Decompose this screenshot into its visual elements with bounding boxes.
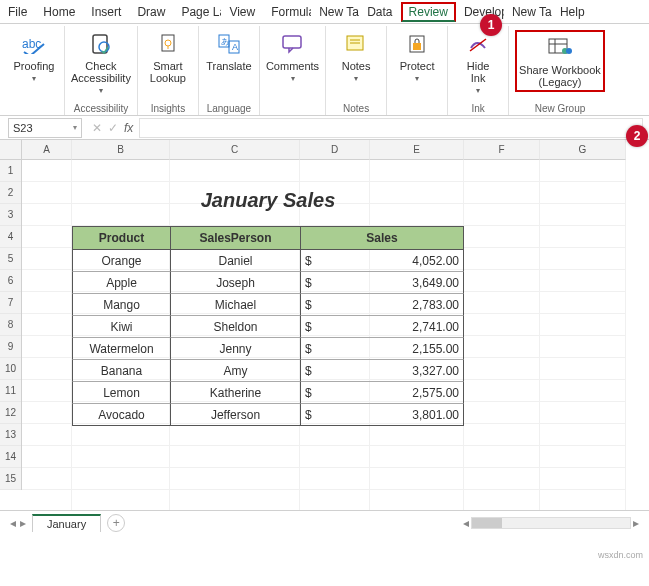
formula-input[interactable] bbox=[139, 118, 643, 138]
svg-point-4 bbox=[165, 40, 171, 46]
cell-sales[interactable]: $3,649.00 bbox=[300, 272, 464, 294]
notes-button[interactable]: Notes ▾ bbox=[332, 30, 380, 83]
callout-1: 1 bbox=[480, 14, 502, 36]
callout-2: 2 bbox=[626, 125, 648, 147]
col-header[interactable]: B bbox=[72, 140, 170, 160]
col-header[interactable]: E bbox=[370, 140, 464, 160]
tab-newtab-2[interactable]: New Ta bbox=[504, 2, 552, 22]
hide-ink-button[interactable]: Hide Ink ▾ bbox=[454, 30, 502, 95]
cell-sales[interactable]: $2,155.00 bbox=[300, 338, 464, 360]
add-sheet-button[interactable]: + bbox=[107, 514, 125, 532]
row-header[interactable]: 3 bbox=[0, 204, 21, 226]
tab-pagelayout[interactable]: Page La bbox=[173, 2, 221, 22]
enter-icon[interactable]: ✓ bbox=[108, 121, 118, 135]
svg-text:A: A bbox=[232, 42, 238, 52]
cell-person[interactable]: Sheldon bbox=[170, 316, 300, 338]
cell-person[interactable]: Amy bbox=[170, 360, 300, 382]
header-product: Product bbox=[72, 226, 170, 250]
tab-file[interactable]: File bbox=[0, 2, 35, 22]
scroll-left-icon[interactable]: ◂ bbox=[463, 516, 469, 530]
tab-help[interactable]: Help bbox=[552, 2, 593, 22]
scroll-right-icon[interactable]: ▸ bbox=[633, 516, 639, 530]
comments-button[interactable]: Comments ▾ bbox=[266, 30, 319, 83]
cell-person[interactable]: Jefferson bbox=[170, 404, 300, 426]
tab-formulas[interactable]: Formula bbox=[263, 2, 311, 22]
cancel-icon[interactable]: ✕ bbox=[92, 121, 102, 135]
row-header[interactable]: 2 bbox=[0, 182, 21, 204]
col-header[interactable]: F bbox=[464, 140, 540, 160]
tab-draw[interactable]: Draw bbox=[129, 2, 173, 22]
cell-person[interactable]: Michael bbox=[170, 294, 300, 316]
row-header[interactable]: 6 bbox=[0, 270, 21, 292]
cell-person[interactable]: Joseph bbox=[170, 272, 300, 294]
smart-lookup-button[interactable]: Smart Lookup bbox=[144, 30, 192, 84]
accessibility-icon bbox=[90, 30, 112, 58]
translate-button[interactable]: あA Translate bbox=[205, 30, 253, 72]
chevron-down-icon: ▾ bbox=[415, 74, 419, 83]
row-header[interactable]: 10 bbox=[0, 358, 21, 380]
tab-insert[interactable]: Insert bbox=[83, 2, 129, 22]
cell-sales[interactable]: $3,327.00 bbox=[300, 360, 464, 382]
tab-view[interactable]: View bbox=[221, 2, 263, 22]
cell-sales[interactable]: $2,741.00 bbox=[300, 316, 464, 338]
col-header[interactable]: D bbox=[300, 140, 370, 160]
cell-sales[interactable]: $2,783.00 bbox=[300, 294, 464, 316]
cell-person[interactable]: Katherine bbox=[170, 382, 300, 404]
cell-sales[interactable]: $4,052.00 bbox=[300, 250, 464, 272]
row-header[interactable]: 7 bbox=[0, 292, 21, 314]
cell-product[interactable]: Watermelon bbox=[72, 338, 170, 360]
cell-person[interactable]: Daniel bbox=[170, 250, 300, 272]
col-header[interactable]: A bbox=[22, 140, 72, 160]
fx-icon[interactable]: fx bbox=[124, 121, 133, 135]
row-header[interactable]: 15 bbox=[0, 468, 21, 490]
row-header[interactable]: 4 bbox=[0, 226, 21, 248]
row-header[interactable]: 12 bbox=[0, 402, 21, 424]
cell-product[interactable]: Kiwi bbox=[72, 316, 170, 338]
check-accessibility-button[interactable]: Check Accessibility ▾ bbox=[71, 30, 131, 95]
col-header[interactable]: C bbox=[170, 140, 300, 160]
table-row: LemonKatherine$2,575.00 bbox=[72, 382, 464, 404]
tab-data[interactable]: Data bbox=[359, 2, 400, 22]
row-header[interactable]: 9 bbox=[0, 336, 21, 358]
table-row: KiwiSheldon$2,741.00 bbox=[72, 316, 464, 338]
row-headers: 123456789101112131415 bbox=[0, 160, 22, 490]
tab-home[interactable]: Home bbox=[35, 2, 83, 22]
column-headers: A B C D E F G bbox=[22, 140, 649, 160]
row-header[interactable]: 5 bbox=[0, 248, 21, 270]
svg-text:あ: あ bbox=[221, 37, 229, 46]
cell-product[interactable]: Banana bbox=[72, 360, 170, 382]
tab-review[interactable]: Review bbox=[401, 2, 456, 22]
col-header[interactable]: G bbox=[540, 140, 626, 160]
share-workbook-legacy-button[interactable]: Share Workbook (Legacy) bbox=[515, 30, 605, 92]
table-row: AppleJoseph$3,649.00 bbox=[72, 272, 464, 294]
name-box[interactable]: S23 ▾ bbox=[8, 118, 82, 138]
cell-product[interactable]: Orange bbox=[72, 250, 170, 272]
sheet-prev-icon[interactable]: ◂ bbox=[10, 516, 16, 530]
chevron-down-icon: ▾ bbox=[291, 74, 295, 83]
sheet-tab-january[interactable]: January bbox=[32, 514, 101, 532]
lightbulb-icon bbox=[158, 30, 178, 58]
row-header[interactable]: 13 bbox=[0, 424, 21, 446]
cell-sales[interactable]: $3,801.00 bbox=[300, 404, 464, 426]
row-header[interactable]: 14 bbox=[0, 446, 21, 468]
table-row: MangoMichael$2,783.00 bbox=[72, 294, 464, 316]
row-header[interactable]: 1 bbox=[0, 160, 21, 182]
sheet-next-icon[interactable]: ▸ bbox=[20, 516, 26, 530]
cell-product[interactable]: Apple bbox=[72, 272, 170, 294]
row-header[interactable]: 11 bbox=[0, 380, 21, 402]
cell-product[interactable]: Mango bbox=[72, 294, 170, 316]
horizontal-scrollbar[interactable] bbox=[471, 517, 631, 529]
table-row: OrangeDaniel$4,052.00 bbox=[72, 250, 464, 272]
proofing-button[interactable]: abc Proofing ▾ bbox=[10, 30, 58, 83]
sheet-title: January Sales bbox=[72, 182, 464, 218]
chevron-down-icon: ▾ bbox=[354, 74, 358, 83]
cell-product[interactable]: Lemon bbox=[72, 382, 170, 404]
cell-person[interactable]: Jenny bbox=[170, 338, 300, 360]
row-header[interactable]: 8 bbox=[0, 314, 21, 336]
select-all-triangle[interactable] bbox=[0, 140, 22, 160]
header-sales: Sales bbox=[300, 226, 464, 250]
cell-product[interactable]: Avocado bbox=[72, 404, 170, 426]
tab-newtab-1[interactable]: New Ta bbox=[311, 2, 359, 22]
cell-sales[interactable]: $2,575.00 bbox=[300, 382, 464, 404]
protect-button[interactable]: Protect ▾ bbox=[393, 30, 441, 83]
